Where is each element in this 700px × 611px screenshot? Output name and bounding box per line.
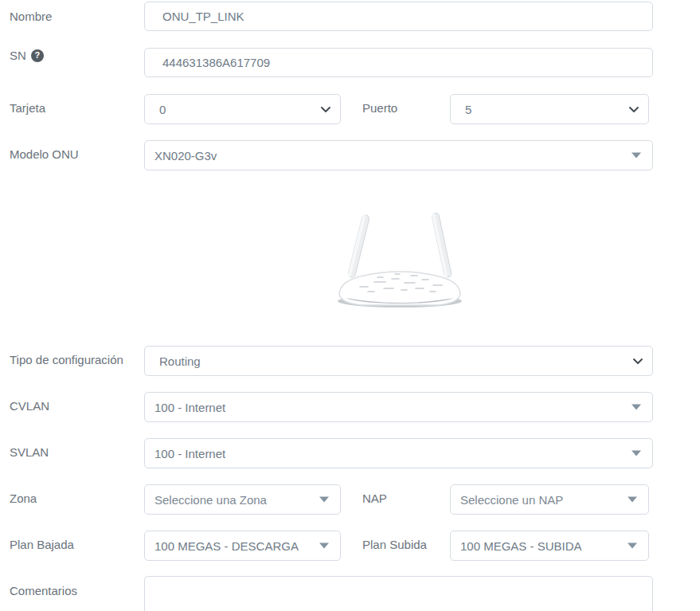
cvlan-dropdown[interactable]: 100 - Internet [144, 392, 653, 422]
nap-label-text: NAP [362, 492, 387, 505]
puerto-label: Puerto [362, 101, 397, 115]
comentarios-label: Comentarios [10, 584, 77, 597]
cvlan-value: 100 - Internet [154, 401, 652, 414]
onu-router-image [328, 199, 471, 317]
plan-bajada-label-text: Plan Bajada [10, 538, 74, 551]
zona-placeholder: Seleccione una Zona [154, 493, 340, 507]
nap-dropdown[interactable]: Seleccione un NAP [450, 484, 649, 515]
sn-input[interactable] [144, 48, 653, 77]
modelo-onu-dropdown[interactable]: XN020-G3v [144, 140, 653, 170]
tarjeta-select[interactable]: 0 [144, 94, 341, 124]
triangle-down-icon [319, 543, 329, 549]
nap-placeholder: Seleccione un NAP [460, 493, 648, 507]
plan-bajada-dropdown[interactable]: 100 MEGAS - DESCARGA [144, 531, 341, 561]
tarjeta-label-text: Tarjeta [10, 101, 45, 115]
tarjeta-value: 0 [159, 103, 340, 116]
plan-subida-label-text: Plan Subida [362, 538, 427, 551]
triangle-down-icon [632, 451, 641, 456]
sn-label-text: SN [10, 49, 26, 62]
nombre-label: Nombre [10, 10, 52, 23]
chevron-down-icon [628, 103, 640, 116]
modelo-onu-value: XN020-G3v [154, 149, 652, 163]
tipo-configuracion-label: Tipo de configuración [10, 353, 123, 366]
chevron-down-icon [319, 103, 332, 116]
tarjeta-label: Tarjeta [10, 101, 45, 115]
puerto-select[interactable]: 5 [450, 94, 649, 124]
sn-label: SN ? [10, 49, 44, 62]
comentarios-textarea[interactable] [144, 576, 653, 611]
puerto-label-text: Puerto [362, 101, 397, 115]
plan-subida-dropdown[interactable]: 100 MEGAS - SUBIDA [450, 531, 649, 561]
tipo-configuracion-value: Routing [159, 354, 652, 368]
svlan-value: 100 - Internet [154, 447, 652, 460]
help-icon[interactable]: ? [31, 49, 44, 62]
zona-label: Zona [10, 492, 37, 505]
cvlan-label: CVLAN [10, 399, 49, 413]
zona-label-text: Zona [10, 492, 37, 505]
comentarios-label-text: Comentarios [10, 584, 77, 597]
svlan-label: SVLAN [10, 445, 49, 459]
tipo-configuracion-select[interactable]: Routing [144, 346, 653, 376]
plan-subida-value: 100 MEGAS - SUBIDA [460, 539, 648, 553]
triangle-down-icon [628, 497, 637, 503]
triangle-down-icon [632, 405, 641, 410]
svlan-dropdown[interactable]: 100 - Internet [144, 438, 653, 468]
puerto-value: 5 [465, 103, 648, 116]
plan-bajada-value: 100 MEGAS - DESCARGA [154, 539, 340, 553]
triangle-down-icon [319, 497, 329, 503]
nombre-label-text: Nombre [10, 10, 52, 23]
chevron-down-icon [632, 354, 644, 367]
tipo-configuracion-label-text: Tipo de configuración [10, 353, 123, 366]
zona-dropdown[interactable]: Seleccione una Zona [144, 484, 341, 515]
modelo-onu-label-text: Modelo ONU [10, 147, 79, 161]
svlan-label-text: SVLAN [10, 445, 49, 459]
plan-subida-label: Plan Subida [362, 538, 427, 551]
modelo-onu-label: Modelo ONU [10, 147, 79, 161]
cvlan-label-text: CVLAN [10, 399, 49, 413]
triangle-down-icon [628, 543, 637, 549]
nap-label: NAP [362, 492, 387, 505]
nombre-input[interactable] [144, 2, 653, 31]
plan-bajada-label: Plan Bajada [10, 538, 74, 551]
triangle-down-icon [632, 153, 641, 159]
